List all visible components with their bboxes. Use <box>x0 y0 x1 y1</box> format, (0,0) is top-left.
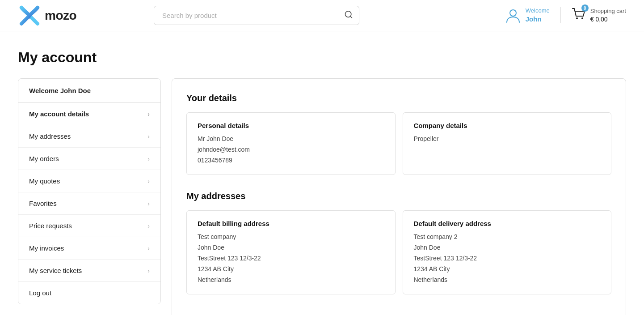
cart-badge: 0 <box>581 4 589 12</box>
cart-text: Shopping cart € 0,00 <box>590 8 626 23</box>
user-icon <box>505 7 521 23</box>
details-panel: Your details Personal details Mr John Do… <box>172 78 626 315</box>
delivery-country: Netherlands <box>414 275 601 285</box>
sidebar-item-logout[interactable]: Log out <box>18 282 160 304</box>
address-cards-row: Default billing address Test company Joh… <box>186 210 611 294</box>
chevron-right-icon: › <box>147 155 150 162</box>
header: mozo Welcome John <box>0 0 644 31</box>
sidebar-item-addresses[interactable]: My addresses › <box>18 125 160 148</box>
sidebar: Welcome John Doe My account details › My… <box>18 78 161 304</box>
page-title: My account <box>18 49 626 66</box>
addresses-section: My addresses Default billing address Tes… <box>186 191 611 294</box>
svg-point-4 <box>581 17 583 19</box>
cart-icon-wrap: 0 <box>572 7 586 23</box>
delivery-city: 1234 AB City <box>414 264 601 275</box>
search-input[interactable] <box>154 6 359 25</box>
billing-name: John Doe <box>198 243 384 253</box>
sidebar-greeting: Welcome John Doe <box>18 79 160 103</box>
content-layout: Welcome John Doe My account details › My… <box>18 78 626 315</box>
delivery-address-card: Default delivery address Test company 2 … <box>403 210 612 294</box>
billing-country: Netherlands <box>198 275 384 285</box>
user-name: John <box>526 15 550 24</box>
billing-card-title: Default billing address <box>198 220 384 227</box>
main: My account Welcome John Doe My account d… <box>0 31 644 315</box>
chevron-right-icon: › <box>147 222 150 230</box>
company-details-card: Company details Propeller <box>403 112 612 175</box>
search-button[interactable] <box>344 10 353 21</box>
billing-address-card: Default billing address Test company Joh… <box>186 210 396 294</box>
chevron-right-icon: › <box>147 178 150 185</box>
personal-name: Mr John Doe <box>198 134 384 145</box>
personal-details-card: Personal details Mr John Doe johndoe@tes… <box>186 112 396 175</box>
personal-phone: 0123456789 <box>198 155 384 166</box>
billing-city: 1234 AB City <box>198 264 384 275</box>
sidebar-item-quotes[interactable]: My quotes › <box>18 170 160 192</box>
your-details-title: Your details <box>186 93 611 103</box>
sidebar-item-service-tickets[interactable]: My service tickets › <box>18 260 160 282</box>
sidebar-item-orders[interactable]: My orders › <box>18 148 160 170</box>
cart-area[interactable]: 0 Shopping cart € 0,00 <box>560 7 626 23</box>
logo[interactable]: mozo <box>18 4 76 27</box>
sidebar-item-account-details[interactable]: My account details › <box>18 103 160 125</box>
delivery-name: John Doe <box>414 243 601 253</box>
header-right: Welcome John 0 Shopping cart € 0,00 <box>505 7 626 23</box>
user-area[interactable]: Welcome John <box>505 7 550 23</box>
billing-company: Test company <box>198 232 384 243</box>
personal-cards-row: Personal details Mr John Doe johndoe@tes… <box>186 112 611 175</box>
logo-text: mozo <box>45 9 76 23</box>
cart-label: Shopping cart <box>590 8 626 15</box>
company-card-title: Company details <box>414 122 601 129</box>
svg-point-2 <box>510 10 516 16</box>
user-text: Welcome John <box>526 7 550 23</box>
search-bar <box>154 6 359 25</box>
logo-icon <box>18 4 41 27</box>
search-icon <box>344 10 353 19</box>
user-welcome: Welcome <box>526 7 550 15</box>
chevron-right-icon: › <box>147 133 150 140</box>
sidebar-item-price-requests[interactable]: Price requests › <box>18 215 160 237</box>
billing-street: TestStreet 123 12/3-22 <box>198 253 384 264</box>
company-name: Propeller <box>414 134 601 145</box>
chevron-right-icon: › <box>147 245 150 252</box>
cart-price: € 0,00 <box>590 15 626 23</box>
chevron-right-icon: › <box>147 267 150 274</box>
personal-email: johndoe@test.com <box>198 145 384 155</box>
chevron-right-icon: › <box>147 200 150 207</box>
chevron-right-icon: › <box>147 111 150 118</box>
delivery-company: Test company 2 <box>414 232 601 243</box>
svg-line-1 <box>350 16 352 18</box>
addresses-title: My addresses <box>186 191 611 201</box>
svg-point-3 <box>576 17 578 19</box>
delivery-street: TestStreet 123 12/3-22 <box>414 253 601 264</box>
personal-card-title: Personal details <box>198 122 384 129</box>
sidebar-item-invoices[interactable]: My invoices › <box>18 237 160 260</box>
sidebar-item-favorites[interactable]: Favorites › <box>18 192 160 215</box>
delivery-card-title: Default delivery address <box>414 220 601 227</box>
